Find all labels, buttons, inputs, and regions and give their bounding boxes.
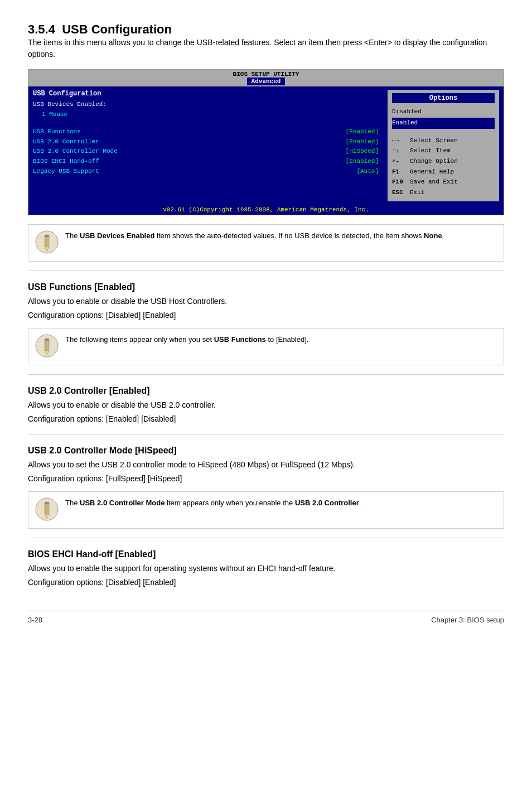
usb-controller-desc2: Configuration options: [Enabled] [Disabl… <box>28 413 504 425</box>
key-symbol: F10 <box>392 177 410 187</box>
key-symbol: ←→ <box>392 136 410 146</box>
key-symbol: F1 <box>392 167 410 177</box>
bios-row-label: USB Functions <box>33 127 81 137</box>
divider-2 <box>28 374 504 375</box>
usb-functions-desc2: Configuration options: [Disabled] [Enabl… <box>28 310 504 321</box>
note-box-3: The USB 2.0 Controller Mode item appears… <box>28 491 504 529</box>
bios-key-item: ←→Select Screen <box>392 136 495 146</box>
divider-4 <box>28 538 504 538</box>
note-text-2: The following items appear only when you… <box>65 334 308 345</box>
key-symbol: +- <box>392 156 410 167</box>
section-title: 3.5.4 USB Configuration <box>28 22 504 37</box>
bios-ehci-desc2: Configuration options: [Disabled] [Enabl… <box>28 577 504 588</box>
usb-controller-desc1: Allows you to enable or disable the USB … <box>28 399 504 411</box>
usb-devices-label: USB Devices Enabled: <box>33 101 107 108</box>
bios-keys: ←→Select Screen↑↓Select Item+-Change Opt… <box>392 136 495 198</box>
bios-option: Disabled <box>392 107 495 118</box>
note-icon-2 <box>35 334 59 359</box>
usb-controller-heading: USB 2.0 Controller [Enabled] <box>28 386 504 396</box>
bios-title: BIOS SETUP UTILITY <box>233 71 299 78</box>
bios-option: Enabled <box>392 118 495 129</box>
divider-3 <box>28 434 504 434</box>
key-action: Select Screen <box>410 137 458 144</box>
bios-right-panel: Options DisabledEnabled ←→Select Screen↑… <box>388 90 499 201</box>
bios-screen: BIOS SETUP UTILITY Advanced USB Configur… <box>28 69 504 215</box>
bios-row: Legacy USB Support[Auto] <box>33 167 379 177</box>
bios-key-item: ↑↓Select Item <box>392 146 495 156</box>
pencil-icon-2 <box>35 334 59 357</box>
note-text-1: The USB Devices Enabled item shows the a… <box>65 230 444 241</box>
bios-row-label: USB 2.0 Controller Mode <box>33 147 118 157</box>
note-text-3: The USB 2.0 Controller Mode item appears… <box>65 497 361 509</box>
section-number: 3.5.4 <box>28 22 55 36</box>
bios-left-header: USB Configuration <box>33 90 379 98</box>
divider-1 <box>28 270 504 271</box>
bios-row-label: BIOS EHCI Hand-off <box>33 157 99 167</box>
bios-row-value: [Enabled] <box>346 137 379 147</box>
pencil-icon-1 <box>35 230 59 254</box>
bios-options-title: Options <box>392 93 495 103</box>
note-icon-3 <box>35 497 59 523</box>
bios-footer: v02.61 (C)Copyright 1985-2008, American … <box>28 205 504 215</box>
bios-options-list: DisabledEnabled <box>392 107 495 129</box>
bios-row-value: [HiSpeed] <box>346 147 379 157</box>
key-action: Select Item <box>410 147 451 154</box>
note-box-2: The following items appear only when you… <box>28 328 504 365</box>
bios-ehci-heading: BIOS EHCI Hand-off [Enabled] <box>28 549 504 559</box>
bios-row: USB Functions[Enabled] <box>33 127 379 137</box>
bios-key-item: F1General Help <box>392 167 495 177</box>
section-intro: The items in this menu allows you to cha… <box>28 37 504 60</box>
usb-functions-desc1: Allows you to enable or disable the USB … <box>28 296 504 307</box>
usb-controller-mode-desc1: Allows you to set the USB 2.0 controller… <box>28 459 504 471</box>
bios-key-item: ESCExit <box>392 187 495 198</box>
bios-row: USB 2.0 Controller Mode[HiSpeed] <box>33 147 379 157</box>
usb-controller-mode-desc2: Configuration options: [FullSpeed] [HiSp… <box>28 473 504 485</box>
usb-devices-value: 1 Mouse <box>33 111 67 118</box>
pencil-icon-3 <box>35 497 59 521</box>
footer-right: Chapter 3: BIOS setup <box>431 616 504 624</box>
usb-controller-mode-heading: USB 2.0 Controller Mode [HiSpeed] <box>28 446 504 456</box>
key-action: General Help <box>410 168 454 175</box>
key-action: Exit <box>410 189 424 196</box>
svg-rect-3 <box>45 235 49 237</box>
footer-left: 3-28 <box>28 616 42 624</box>
bios-usb-devices-label: USB Devices Enabled: 1 Mouse <box>33 100 379 119</box>
bios-row-value: [Enabled] <box>346 127 379 137</box>
svg-rect-13 <box>45 502 49 504</box>
note-box-1: The USB Devices Enabled item shows the a… <box>28 224 504 262</box>
key-symbol: ESC <box>392 187 410 198</box>
bios-row: USB 2.0 Controller[Enabled] <box>33 137 379 147</box>
bios-row-label: USB 2.0 Controller <box>33 137 99 147</box>
bios-row-value: [Auto] <box>356 167 379 177</box>
bios-body: USB Configuration USB Devices Enabled: 1… <box>28 86 504 205</box>
bios-key-item: F10Save and Exit <box>392 177 495 187</box>
bios-key-item: +-Change Option <box>392 156 495 167</box>
bios-active-tab: Advanced <box>247 78 286 85</box>
note-icon-1 <box>35 230 59 255</box>
bios-row-value: [Enabled] <box>346 157 379 167</box>
bios-row: BIOS EHCI Hand-off[Enabled] <box>33 157 379 167</box>
key-action: Save and Exit <box>410 178 458 185</box>
key-action: Change Option <box>410 158 458 165</box>
bios-row-label: Legacy USB Support <box>33 167 99 177</box>
svg-rect-8 <box>45 339 49 341</box>
bios-left-panel: USB Configuration USB Devices Enabled: 1… <box>33 90 383 201</box>
bios-rows: USB Functions[Enabled]USB 2.0 Controller… <box>33 127 379 176</box>
section-heading: USB Configuration <box>62 22 172 36</box>
bios-ehci-desc1: Allows you to enable the support for ope… <box>28 563 504 574</box>
page-footer: 3-28 Chapter 3: BIOS setup <box>28 611 504 624</box>
usb-functions-heading: USB Functions [Enabled] <box>28 282 504 292</box>
key-symbol: ↑↓ <box>392 146 410 156</box>
bios-top-bar: BIOS SETUP UTILITY Advanced <box>28 70 504 86</box>
